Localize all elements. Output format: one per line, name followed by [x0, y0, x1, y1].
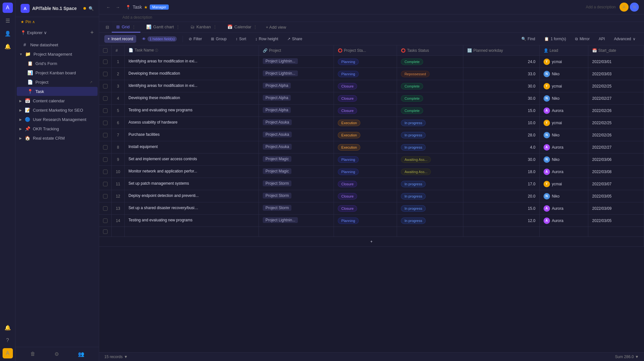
table-row[interactable]: 13 Set up a shared disaster recovery/bus… — [99, 202, 644, 215]
kanban-tab-options[interactable]: ⋮ — [213, 24, 217, 29]
users-icon[interactable]: 👥 — [78, 351, 84, 357]
row-checkbox-cell[interactable] — [99, 178, 112, 190]
collapse-sidebar-button[interactable]: ⊟ — [104, 23, 110, 31]
col-planned-workday[interactable]: 🔢Planned workday — [463, 45, 540, 56]
form-button[interactable]: 📋 1 form(s) — [541, 35, 569, 43]
row-checkbox-cell[interactable] — [99, 68, 112, 80]
table-row[interactable]: 3 Identifying areas for modification in … — [99, 80, 644, 92]
share-button[interactable]: ↗ Share — [284, 35, 306, 43]
row-height-button[interactable]: ↨ Row height — [252, 35, 281, 43]
row-checkbox-cell[interactable] — [99, 117, 112, 129]
row-project-status[interactable]: Planning — [334, 56, 397, 68]
row-checkbox-cell[interactable] — [99, 215, 112, 227]
row-project-status[interactable]: Planning — [334, 68, 397, 80]
row-checkbox[interactable] — [103, 194, 108, 199]
sidebar-item-okr[interactable]: ▶ 📌 OKR Tracking — [17, 124, 98, 133]
row-project-status[interactable]: Planning — [334, 166, 397, 178]
row-project-status[interactable]: Execution — [334, 129, 397, 141]
row-project[interactable]: Project Asuka — [259, 129, 334, 141]
tab-calendar[interactable]: 📅 Calendar ⋮ — [223, 22, 262, 32]
sidebar-item-project-management[interactable]: ▼ 📁 Project Management — [17, 50, 98, 59]
row-tasks-status[interactable]: In progress — [397, 129, 463, 141]
advanced-button[interactable]: Advanced ∨ — [611, 35, 639, 43]
row-task-name[interactable]: Developing these modification — [125, 68, 259, 80]
row-checkbox-cell[interactable] — [99, 80, 112, 92]
row-project[interactable]: Project Storm — [259, 202, 334, 215]
sum-label[interactable]: Sum 286.0 — [615, 355, 634, 359]
insert-record-button[interactable]: + Insert record — [104, 35, 136, 43]
help-icon[interactable]: ? — [3, 335, 13, 346]
table-row[interactable]: 2 Developing these modification Project … — [99, 68, 644, 80]
notification-icon[interactable]: 🔔 — [3, 322, 13, 333]
star-icon[interactable]: ★ — [144, 5, 148, 10]
row-task-name[interactable]: Install equipment — [125, 141, 259, 153]
user-avatar-icon[interactable]: A — [3, 348, 13, 358]
row-checkbox[interactable] — [103, 218, 108, 223]
row-tasks-status[interactable]: In progress — [397, 117, 463, 129]
sidebar-item-kanban[interactable]: 📊 Project Kanban board — [17, 68, 98, 77]
gantt-tab-options[interactable]: ⋮ — [176, 24, 180, 29]
row-project-status[interactable]: Planning — [334, 215, 397, 227]
row-project[interactable] — [259, 227, 334, 237]
row-project-status[interactable]: Closure — [334, 80, 397, 92]
group-button[interactable]: ⊞ Group — [208, 35, 230, 43]
row-tasks-status[interactable]: In progress — [397, 202, 463, 215]
row-task-name[interactable]: Assess usability of hardware — [125, 117, 259, 129]
row-project[interactable]: Project Magic — [259, 153, 334, 166]
tab-kanban[interactable]: 🗂 Kanban ⋮ — [186, 22, 222, 32]
explorer-toggle[interactable]: 📍 Explorer ∨ — [21, 30, 47, 35]
table-row[interactable]: 7 Purchase facilities Project Asuka Exec… — [99, 129, 644, 141]
row-checkbox[interactable] — [103, 206, 108, 211]
add-row-button[interactable]: + — [99, 237, 644, 247]
row-checkbox[interactable] — [103, 108, 108, 113]
row-checkbox[interactable] — [103, 170, 108, 174]
records-count[interactable]: 15 records — [104, 355, 123, 359]
col-start-date[interactable]: 📅Start_date — [588, 45, 644, 56]
table-row[interactable]: 11 Set up patch management systems Proje… — [99, 178, 644, 190]
row-checkbox-cell[interactable] — [99, 202, 112, 215]
row-project[interactable]: Project Storm — [259, 190, 334, 202]
table-row[interactable]: 10 Monitor network and application perfo… — [99, 166, 644, 178]
row-task-name[interactable]: Set up patch management systems — [125, 178, 259, 190]
col-lead[interactable]: 👤Lead — [539, 45, 588, 56]
add-view-button[interactable]: + Add view — [266, 25, 286, 30]
row-project-status[interactable]: Closure — [334, 105, 397, 117]
table-row[interactable]: 8 Install equipment Project Asuka Execut… — [99, 141, 644, 153]
nav-icon-1[interactable]: ☰ — [3, 15, 13, 26]
row-checkbox[interactable] — [103, 145, 108, 150]
row-project-status[interactable]: Planning — [334, 153, 397, 166]
row-task-name[interactable]: Testing and evaluating new programs — [125, 105, 259, 117]
row-project[interactable]: Project Asuka — [259, 141, 334, 153]
description-bar[interactable]: Add a description — [586, 5, 616, 9]
sidebar-item-real-estate[interactable]: ▶ 🏠 Real estate CRM — [17, 134, 98, 143]
row-checkbox[interactable] — [103, 96, 108, 101]
col-task-name[interactable]: 📄Task Name ⓘ — [125, 45, 259, 56]
row-project-status[interactable]: Execution — [334, 141, 397, 153]
grid-tab-options[interactable]: ⋮ — [132, 24, 136, 29]
row-checkbox-cell[interactable] — [99, 166, 112, 178]
table-row[interactable]: 4 Developing these modification Project … — [99, 92, 644, 105]
sidebar-item-project[interactable]: 📄 Project ↗ — [17, 78, 98, 87]
row-tasks-status[interactable]: Awaiting Ass... — [397, 166, 463, 178]
find-button[interactable]: 🔍 Find — [518, 35, 538, 43]
tab-grid[interactable]: ⊞ Grid ⋮ — [112, 22, 140, 32]
row-project[interactable]: Project Lightnin... — [259, 215, 334, 227]
row-checkbox[interactable] — [103, 84, 108, 88]
row-tasks-status[interactable]: Awaiting Ass... — [397, 153, 463, 166]
row-project-status[interactable]: Closure — [334, 202, 397, 215]
row-project-status[interactable]: Execution — [334, 117, 397, 129]
sidebar-item-task[interactable]: 📍 Task — [17, 87, 98, 96]
row-checkbox-cell[interactable] — [99, 105, 112, 117]
row-checkbox-cell[interactable] — [99, 190, 112, 202]
select-all-checkbox[interactable] — [103, 48, 108, 53]
row-tasks-status[interactable]: Complete — [397, 105, 463, 117]
row-tasks-status[interactable] — [397, 227, 463, 237]
sidebar-item-grids-form[interactable]: 📋 Grid's Form — [17, 59, 98, 68]
pin-section[interactable]: ★ Pin ∧ — [15, 17, 99, 27]
grid-container[interactable]: # 📄Task Name ⓘ 🔗Project ⭕Project Sta... … — [99, 45, 644, 352]
row-checkbox[interactable] — [103, 72, 108, 76]
nav-icon-3[interactable]: 🔔 — [3, 41, 13, 51]
row-project[interactable]: Project Alpha — [259, 92, 334, 105]
row-checkbox-cell[interactable] — [99, 141, 112, 153]
table-row[interactable]: 12 Deploy endpoint detection and prevent… — [99, 190, 644, 202]
